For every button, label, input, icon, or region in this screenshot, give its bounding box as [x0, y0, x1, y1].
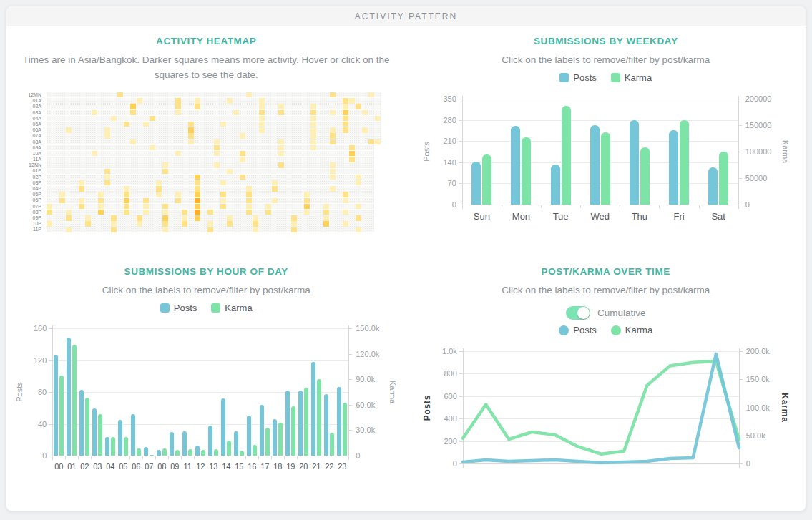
heatmap-cell[interactable]	[343, 122, 348, 127]
heatmap-cell[interactable]	[278, 145, 284, 150]
heatmap-cell[interactable]	[195, 204, 200, 209]
bar-posts[interactable]	[273, 419, 277, 456]
heatmap-cell[interactable]	[124, 198, 129, 203]
bar-karma[interactable]	[562, 106, 571, 205]
heatmap-cell[interactable]	[111, 116, 117, 121]
heatmap-cell[interactable]	[47, 204, 52, 209]
heatmap-cell[interactable]	[259, 110, 265, 115]
heatmap-cell[interactable]	[195, 98, 200, 103]
bar-karma[interactable]	[137, 448, 141, 456]
heatmap-cell[interactable]	[330, 186, 336, 191]
heatmap-cell[interactable]	[356, 104, 361, 109]
heatmap-cell[interactable]	[330, 162, 336, 167]
heatmap-cell[interactable]	[246, 210, 252, 215]
heatmap-cell[interactable]	[253, 221, 258, 226]
heatmap-cell[interactable]	[310, 116, 316, 121]
heatmap-cell[interactable]	[195, 186, 200, 191]
heatmap-cell[interactable]	[375, 139, 381, 144]
bar-posts[interactable]	[234, 431, 238, 456]
heatmap-cell[interactable]	[253, 227, 258, 232]
heatmap-cell[interactable]	[79, 198, 84, 203]
heatmap-cell[interactable]	[246, 198, 252, 203]
heatmap-cell[interactable]	[246, 186, 252, 191]
heatmap-cell[interactable]	[278, 162, 284, 167]
heatmap-cell[interactable]	[195, 192, 200, 197]
heatmap-cell[interactable]	[124, 122, 129, 127]
bar-karma[interactable]	[522, 137, 531, 205]
heatmap-cell[interactable]	[343, 110, 348, 115]
heatmap-cell[interactable]	[137, 215, 142, 220]
heatmap-cell[interactable]	[330, 139, 336, 144]
bar-posts[interactable]	[708, 167, 718, 205]
bar-posts[interactable]	[669, 130, 678, 205]
heatmap-cell[interactable]	[265, 204, 271, 209]
bar-karma[interactable]	[98, 414, 102, 456]
heatmap-cell[interactable]	[310, 122, 316, 127]
heatmap-cell[interactable]	[162, 204, 168, 209]
heatmap-cell[interactable]	[253, 215, 258, 220]
heatmap-cell[interactable]	[195, 180, 200, 185]
heatmap-cell[interactable]	[227, 98, 233, 103]
heatmap-cell[interactable]	[111, 215, 117, 220]
heatmap-cell[interactable]	[143, 204, 149, 209]
heatmap-cell[interactable]	[150, 145, 155, 150]
heatmap-cell[interactable]	[214, 162, 220, 167]
heatmap-cell[interactable]	[111, 227, 117, 232]
bar-karma[interactable]	[253, 445, 257, 456]
heatmap-cell[interactable]	[188, 133, 194, 138]
heatmap-cell[interactable]	[130, 104, 136, 109]
heatmap-cell[interactable]	[259, 127, 265, 132]
heatmap-cell[interactable]	[343, 221, 348, 226]
heatmap-cell[interactable]	[356, 204, 361, 209]
heatmap-cell[interactable]	[356, 215, 361, 220]
bar-karma[interactable]	[291, 406, 295, 456]
heatmap-cell[interactable]	[220, 204, 226, 209]
heatmap-cell[interactable]	[104, 180, 110, 185]
heatmap-cell[interactable]	[137, 221, 142, 226]
heatmap-cell[interactable]	[47, 210, 52, 215]
bar-posts[interactable]	[157, 450, 161, 456]
heatmap-cell[interactable]	[143, 210, 149, 215]
heatmap-cell[interactable]	[162, 169, 168, 174]
heatmap-cell[interactable]	[259, 116, 265, 121]
heatmap-cell[interactable]	[240, 151, 245, 156]
heatmap-cell[interactable]	[207, 227, 213, 232]
bar-posts[interactable]	[285, 391, 290, 456]
heatmap-cell[interactable]	[330, 169, 336, 174]
bar-posts[interactable]	[324, 394, 328, 456]
heatmap-cell[interactable]	[220, 198, 226, 203]
heatmap-cell[interactable]	[368, 139, 374, 144]
heatmap-cell[interactable]	[175, 104, 181, 109]
heatmap-cell[interactable]	[278, 139, 284, 144]
heatmap-cell[interactable]	[156, 192, 162, 197]
heatmap-cell[interactable]	[59, 198, 65, 203]
bar-karma[interactable]	[278, 423, 283, 456]
bar-karma[interactable]	[214, 449, 218, 456]
heatmap-cell[interactable]	[162, 210, 168, 215]
heatmap-cell[interactable]	[111, 221, 117, 226]
heatmap-cell[interactable]	[162, 227, 168, 232]
heatmap-cell[interactable]	[47, 221, 52, 226]
heatmap-cell[interactable]	[79, 186, 84, 191]
heatmap-cell[interactable]	[207, 210, 213, 215]
heatmap-cell[interactable]	[343, 198, 348, 203]
bar-karma[interactable]	[317, 379, 321, 456]
bar-karma[interactable]	[240, 451, 244, 456]
bar-posts[interactable]	[118, 420, 122, 456]
heatmap-cell[interactable]	[304, 210, 310, 215]
heatmap-cell[interactable]	[214, 139, 220, 144]
heatmap-cell[interactable]	[323, 221, 329, 226]
heatmap-cell[interactable]	[143, 198, 149, 203]
bar-posts[interactable]	[221, 398, 225, 456]
heatmap-cell[interactable]	[343, 116, 348, 121]
bar-karma[interactable]	[59, 376, 64, 456]
bar-karma[interactable]	[719, 152, 728, 205]
heatmap-cell[interactable]	[98, 192, 104, 197]
heatmap-cell[interactable]	[130, 110, 136, 115]
heatmap-cell[interactable]	[66, 227, 72, 232]
heatmap-cell[interactable]	[330, 133, 336, 138]
heatmap-cell[interactable]	[188, 122, 194, 127]
bar-posts[interactable]	[67, 338, 71, 456]
heatmap-cell[interactable]	[265, 210, 271, 215]
heatmap-cell[interactable]	[310, 127, 316, 132]
